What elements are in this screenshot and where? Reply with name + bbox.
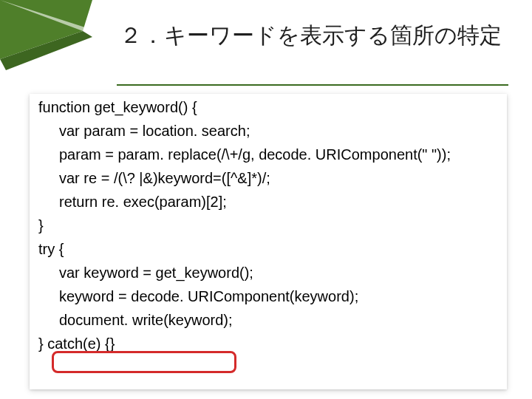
leaf-decoration [0,0,92,74]
title-underline [117,84,508,86]
slide-title: ２．キーワードを表示する箇所の特定 [120,21,519,51]
code-line: return re. exec(param)[2]; [38,194,498,209]
code-line: param = param. replace(/\+/g, decode. UR… [38,147,498,162]
code-line: try { [38,242,498,256]
code-line: var keyword = get_keyword(); [38,265,498,280]
code-line: document. write(keyword); [38,313,498,327]
code-line: function get_keyword() { [38,100,498,115]
code-line: } catch(e) {} [38,336,498,351]
code-block: function get_keyword() { var param = loc… [30,94,507,389]
code-line: } [38,218,498,233]
code-line: var param = location. search; [38,123,498,138]
code-line: keyword = decode. URIComponent(keyword); [38,289,498,304]
code-line: var re = /(\? |&)keyword=([^&]*)/; [38,171,498,185]
